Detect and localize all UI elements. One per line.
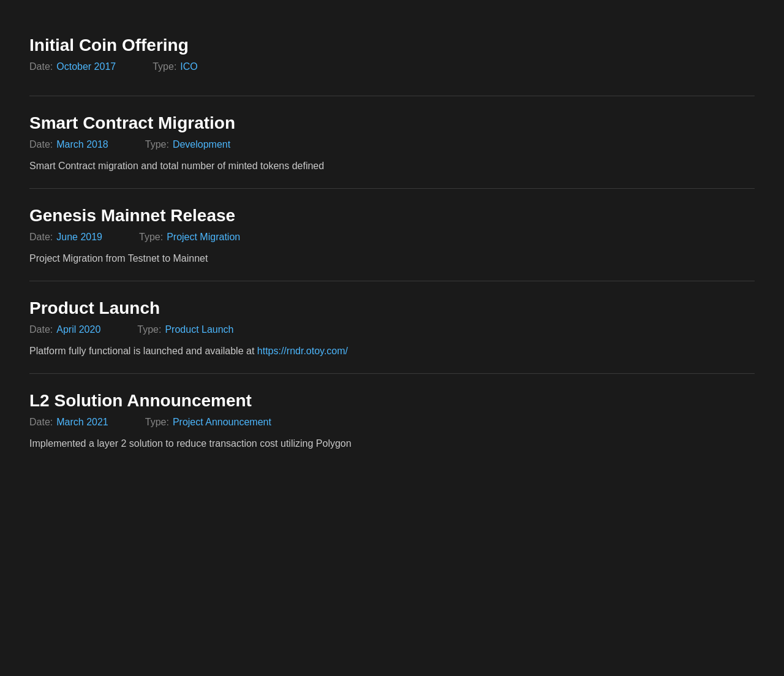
event-description-genesis-mainnet: Project Migration from Testnet to Mainne… <box>29 251 755 266</box>
type-value-product-launch: Product Launch <box>165 324 233 335</box>
event-ico: Initial Coin Offering Date: October 2017… <box>29 18 755 96</box>
event-genesis-mainnet: Genesis Mainnet Release Date: June 2019 … <box>29 189 755 281</box>
event-title-ico: Initial Coin Offering <box>29 36 755 55</box>
date-value-ico: October 2017 <box>56 61 116 72</box>
event-title-l2-solution: L2 Solution Announcement <box>29 391 755 411</box>
date-label-genesis-mainnet: Date: <box>29 232 53 243</box>
product-launch-link[interactable]: https://rndr.otoy.com/ <box>257 346 348 356</box>
type-value-l2-solution: Project Announcement <box>173 417 271 428</box>
date-value-genesis-mainnet: June 2019 <box>56 232 102 243</box>
type-label-genesis-mainnet: Type: <box>139 232 163 243</box>
event-meta-smart-contract: Date: March 2018 Type: Development <box>29 139 755 150</box>
type-label-product-launch: Type: <box>137 324 161 335</box>
event-product-launch: Product Launch Date: April 2020 Type: Pr… <box>29 281 755 373</box>
type-value-ico: ICO <box>180 61 197 72</box>
type-value-smart-contract: Development <box>173 139 230 150</box>
event-title-product-launch: Product Launch <box>29 298 755 318</box>
event-meta-l2-solution: Date: March 2021 Type: Project Announcem… <box>29 417 755 428</box>
event-meta-product-launch: Date: April 2020 Type: Product Launch <box>29 324 755 335</box>
event-description-product-launch: Platform fully functional is launched an… <box>29 344 755 359</box>
description-prefix-product-launch: Platform fully functional is launched an… <box>29 346 257 356</box>
date-value-product-launch: April 2020 <box>56 324 100 335</box>
date-label-smart-contract: Date: <box>29 139 53 150</box>
date-label-l2-solution: Date: <box>29 417 53 428</box>
event-smart-contract: Smart Contract Migration Date: March 201… <box>29 96 755 188</box>
date-label-ico: Date: <box>29 61 53 72</box>
event-description-l2-solution: Implemented a layer 2 solution to reduce… <box>29 436 755 451</box>
date-label-product-launch: Date: <box>29 324 53 335</box>
date-value-smart-contract: March 2018 <box>56 139 108 150</box>
type-value-genesis-mainnet: Project Migration <box>167 232 240 243</box>
event-title-genesis-mainnet: Genesis Mainnet Release <box>29 206 755 226</box>
type-label-ico: Type: <box>153 61 176 72</box>
event-l2-solution: L2 Solution Announcement Date: March 202… <box>29 374 755 466</box>
events-list: Initial Coin Offering Date: October 2017… <box>29 18 755 466</box>
event-meta-ico: Date: October 2017 Type: ICO <box>29 61 755 72</box>
event-description-smart-contract: Smart Contract migration and total numbe… <box>29 159 755 173</box>
date-value-l2-solution: March 2021 <box>56 417 108 428</box>
event-meta-genesis-mainnet: Date: June 2019 Type: Project Migration <box>29 232 755 243</box>
event-title-smart-contract: Smart Contract Migration <box>29 113 755 133</box>
type-label-l2-solution: Type: <box>145 417 169 428</box>
type-label-smart-contract: Type: <box>145 139 169 150</box>
